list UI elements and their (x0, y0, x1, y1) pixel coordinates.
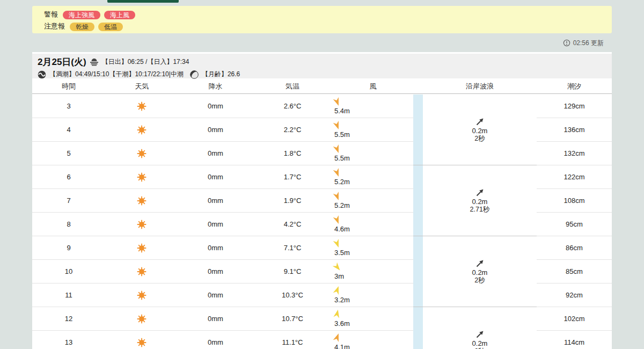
wind-direction-icon (332, 167, 342, 178)
alert-bar: 警報 海上強風海上風 注意報 乾燥低温 (32, 6, 612, 33)
wind-speed: 5.4m (334, 107, 350, 115)
time-cell: 9 (32, 236, 105, 259)
col-header-precip: 降水 (179, 79, 252, 93)
precip-cell: 0mm (179, 307, 252, 330)
forecast-panel: 2月25日(火) 【日出】06:25 /【日入】17:34 【満潮】04:49/… (32, 52, 612, 349)
wave-group-cell: 0.2m2秒 (423, 236, 537, 307)
precip-cell: 0mm (179, 189, 252, 212)
temp-cell: 9.1°C (252, 260, 333, 283)
col-header-tide: 潮汐 (537, 79, 612, 93)
table-header: 時間 天気 降水 気温 風 沿岸波浪 潮汐 (32, 79, 612, 94)
tide-info: 【満潮】04:49/15:10【干潮】10:17/22:10|中潮 (49, 70, 184, 79)
tide-cell: 102cm (537, 307, 612, 331)
tide-cell: 122cm (537, 165, 612, 189)
sunny-icon (136, 148, 147, 159)
time-cell: 5 (32, 142, 105, 165)
weather-page: { "alerts": { "warning_label": "警報", "wa… (0, 0, 644, 349)
wind-direction-icon (332, 238, 342, 249)
wind-direction-icon (332, 214, 342, 225)
warning-pill-list: 海上強風海上風 (63, 10, 139, 19)
temp-cell: 2.6°C (252, 94, 333, 118)
wind-direction-icon (332, 96, 342, 107)
wind-direction-icon (332, 332, 342, 343)
tide-cell: 114cm (537, 331, 612, 349)
day-separator-band (413, 94, 423, 349)
wind-speed: 3.2m (334, 296, 350, 304)
time-cell: 13 (32, 331, 105, 349)
temp-cell: 11.1°C (252, 331, 333, 349)
wind-speed: 3.5m (334, 249, 350, 257)
wind-direction-icon (332, 191, 342, 201)
temp-cell: 10.7°C (252, 307, 333, 330)
wind-direction-icon (332, 285, 342, 296)
wave-period: 2秒 (474, 135, 485, 143)
wind-direction-icon (332, 120, 342, 130)
col-header-waves: 沿岸波浪 (423, 79, 537, 93)
table-row: 90mm7.1°C3.5m (32, 236, 413, 260)
temp-cell: 1.8°C (252, 142, 333, 165)
wind-speed: 5.2m (334, 201, 350, 209)
advisory-pill[interactable]: 乾燥 (70, 23, 94, 31)
sunny-icon (136, 290, 147, 301)
sunny-icon (136, 266, 147, 277)
wave-group-cell: 0.2m2秒 (423, 94, 537, 165)
tide-wave-icon (38, 70, 46, 79)
temp-cell: 10.3°C (252, 283, 333, 307)
advisory-pill[interactable]: 低温 (98, 23, 123, 31)
table-row: 120mm10.7°C3.6m (32, 307, 413, 331)
table-row: 100mm9.1°C3m (32, 260, 413, 283)
time-cell: 10 (32, 260, 105, 283)
precip-cell: 0mm (179, 118, 252, 141)
table-row: 110mm10.3°C3.2m (32, 283, 413, 307)
col-header-temp: 気温 (252, 79, 333, 93)
warning-pill[interactable]: 海上風 (104, 11, 135, 19)
precip-cell: 0mm (179, 331, 252, 349)
sunrise-sunset-icon (90, 58, 99, 66)
sunny-icon (136, 243, 147, 253)
tide-cell: 85cm (537, 260, 612, 283)
warning-pill[interactable]: 海上強風 (63, 11, 100, 19)
wave-group-cell: 0.2m2.71秒 (423, 165, 537, 236)
update-time: 02:56 更新 (563, 38, 604, 48)
temp-cell: 1.9°C (252, 189, 333, 212)
time-cell: 7 (32, 189, 105, 212)
col-header-weather: 天気 (105, 79, 179, 93)
time-cell: 12 (32, 307, 105, 330)
time-cell: 4 (32, 118, 105, 141)
time-cell: 8 (32, 213, 105, 236)
time-cell: 3 (32, 94, 105, 118)
precip-cell: 0mm (179, 165, 252, 188)
time-cell: 6 (32, 165, 105, 188)
precip-cell: 0mm (179, 260, 252, 283)
date-header: 2月25日(火) 【日出】06:25 /【日入】17:34 【満潮】04:49/… (32, 54, 612, 78)
wave-direction-icon (475, 117, 485, 127)
wave-period: 2.71秒 (470, 206, 490, 214)
wind-speed: 4.6m (334, 225, 350, 233)
wind-speed: 3.6m (334, 319, 350, 328)
table-row: 30mm2.6°C5.4m (32, 94, 413, 118)
tide-cell: 129cm (537, 94, 612, 118)
wind-speed: 5.5m (334, 130, 350, 139)
wave-direction-icon (475, 188, 485, 198)
wave-direction-icon (475, 330, 485, 339)
sunny-icon (136, 219, 147, 230)
temp-cell: 2.2°C (252, 118, 333, 141)
table-body: 30mm2.6°C5.4m129cm40mm2.2°C5.5m136cm50mm… (32, 94, 612, 349)
active-tab-indicator[interactable] (107, 0, 179, 3)
tide-cell: 132cm (537, 142, 612, 165)
time-cell: 11 (32, 283, 105, 307)
table-row: 70mm1.9°C5.2m (32, 189, 413, 213)
wave-group-cell: 0.2m2秒 (423, 307, 537, 349)
date-title: 2月25日(火) (38, 56, 86, 68)
tide-cell: 95cm (537, 213, 612, 236)
moon-icon (190, 70, 199, 79)
tide-cell: 86cm (537, 236, 612, 260)
advisory-label: 注意報 (44, 21, 65, 31)
precip-cell: 0mm (179, 283, 252, 307)
table-row: 130mm11.1°C4.1m (32, 331, 413, 349)
wave-period: 2秒 (474, 277, 485, 285)
table-row: 40mm2.2°C5.5m (32, 118, 413, 142)
update-time-icon (563, 39, 570, 47)
sunny-icon (136, 101, 147, 112)
tide-cell: 92cm (537, 283, 612, 307)
